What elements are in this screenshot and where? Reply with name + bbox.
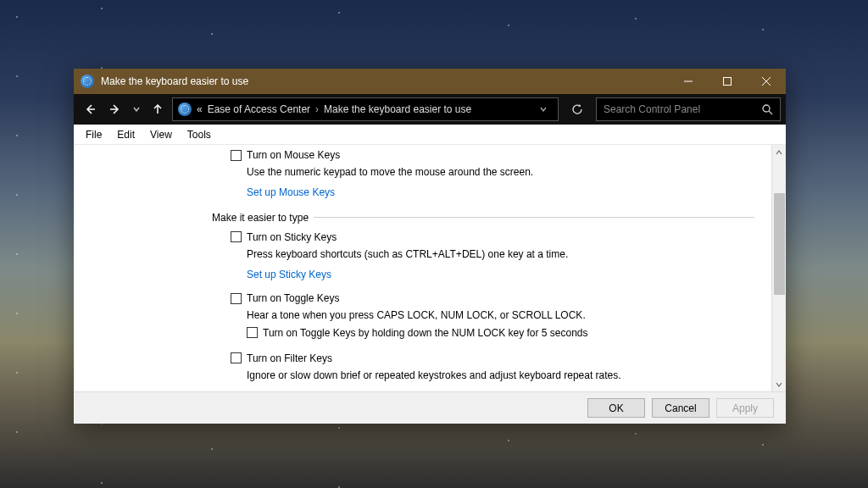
toggle-keys-label[interactable]: Turn on Toggle Keys [247, 291, 339, 305]
dialog-footer: OK Cancel Apply [74, 391, 786, 424]
menu-bar: File Edit View Tools [74, 125, 786, 145]
close-button[interactable] [747, 69, 786, 94]
search-icon[interactable] [762, 104, 773, 115]
maximize-button[interactable] [708, 69, 747, 94]
filter-keys-label[interactable]: Turn on Filter Keys [247, 352, 332, 365]
navigation-bar: « Ease of Access Center › Make the keybo… [74, 94, 786, 125]
apply-button[interactable]: Apply [716, 398, 774, 418]
minimize-button[interactable] [669, 69, 708, 94]
search-box[interactable] [596, 97, 781, 121]
back-button[interactable] [79, 98, 101, 120]
address-dropdown[interactable] [534, 105, 553, 114]
search-input[interactable] [604, 103, 762, 115]
toggle-keys-desc: Hear a tone when you press CAPS LOCK, NU… [247, 308, 754, 322]
filter-keys-desc: Ignore or slow down brief or repeated ke… [247, 369, 754, 382]
scroll-thumb[interactable] [774, 193, 785, 295]
scrollbar[interactable] [771, 145, 786, 391]
group-title: Make it easier to type [212, 212, 309, 224]
breadcrumb-prefix: « [197, 103, 203, 115]
setup-filter-keys-link[interactable]: Set up Filter Keys [247, 390, 327, 391]
cancel-button[interactable]: Cancel [652, 398, 709, 418]
control-panel-window: Make the keyboard easier to use [74, 69, 786, 424]
scroll-down-button[interactable] [772, 377, 786, 391]
menu-file[interactable]: File [79, 127, 108, 142]
sticky-keys-desc: Press keyboard shortcuts (such as CTRL+A… [247, 247, 754, 261]
ease-of-access-icon [81, 75, 94, 88]
sticky-keys-checkbox[interactable] [231, 231, 242, 242]
window-controls [669, 69, 786, 94]
chevron-right-icon: › [315, 103, 319, 115]
group-make-easier-type: Make it easier to type [212, 212, 754, 224]
window-title: Make the keyboard easier to use [101, 75, 248, 87]
menu-view[interactable]: View [143, 127, 179, 142]
content-pane: Turn on Mouse Keys Use the numeric keypa… [74, 145, 771, 391]
breadcrumb-current[interactable]: Make the keyboard easier to use [324, 103, 471, 115]
recent-dropdown[interactable] [130, 98, 143, 120]
ease-of-access-icon [178, 103, 192, 116]
toggle-keys-checkbox[interactable] [231, 293, 242, 304]
mouse-keys-label[interactable]: Turn on Mouse Keys [247, 148, 340, 162]
setup-mouse-keys-link[interactable]: Set up Mouse Keys [247, 186, 335, 198]
mouse-keys-checkbox[interactable] [231, 150, 242, 161]
menu-edit[interactable]: Edit [110, 127, 142, 142]
titlebar: Make the keyboard easier to use [74, 69, 786, 94]
refresh-button[interactable] [565, 97, 589, 121]
mouse-keys-desc: Use the numeric keypad to move the mouse… [247, 165, 754, 179]
ok-button[interactable]: OK [587, 398, 645, 418]
breadcrumb-parent[interactable]: Ease of Access Center [208, 103, 310, 115]
toggle-keys-numlock-checkbox[interactable] [247, 327, 258, 338]
address-bar[interactable]: « Ease of Access Center › Make the keybo… [172, 97, 559, 121]
menu-tools[interactable]: Tools [181, 127, 218, 142]
filter-keys-checkbox[interactable] [231, 352, 242, 363]
scroll-up-button[interactable] [772, 145, 786, 159]
svg-rect-0 [724, 78, 732, 86]
svg-point-1 [763, 105, 770, 112]
sticky-keys-label[interactable]: Turn on Sticky Keys [247, 230, 337, 244]
setup-sticky-keys-link[interactable]: Set up Sticky Keys [247, 269, 331, 280]
forward-button[interactable] [104, 98, 126, 120]
toggle-keys-numlock-label[interactable]: Turn on Toggle Keys by holding down the … [263, 326, 588, 340]
up-button[interactable] [147, 98, 169, 120]
divider [314, 217, 754, 218]
